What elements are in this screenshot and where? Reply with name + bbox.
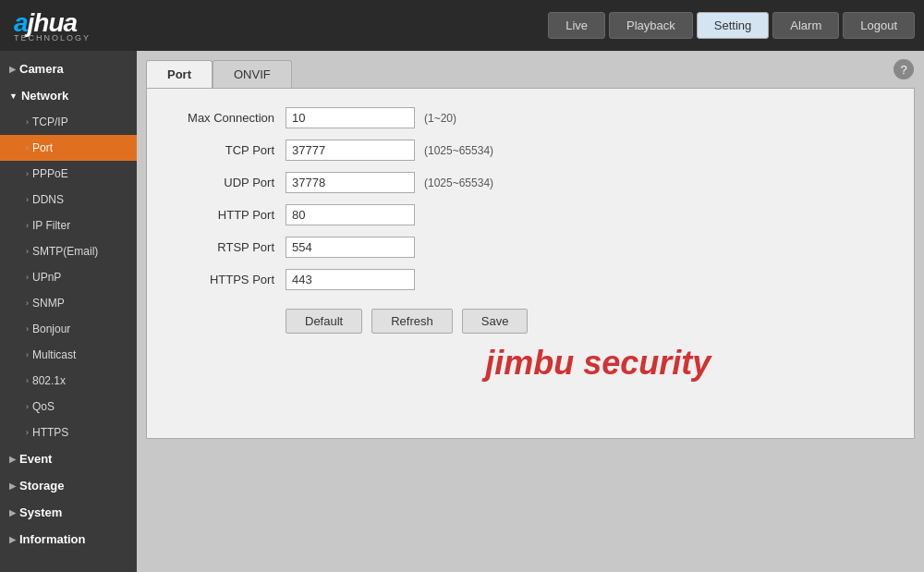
sidebar-item-camera[interactable]: ▶ Camera: [0, 55, 137, 82]
tcpip-arrow-icon: ›: [26, 117, 29, 127]
default-button[interactable]: Default: [286, 309, 362, 334]
tab-bar: Port ONVIF: [146, 60, 915, 88]
logo: ajhua TECHNOLOGY: [14, 8, 91, 43]
form-row-rtsp-port: RTSP Port: [165, 237, 895, 258]
sidebar-item-https[interactable]: › HTTPS: [0, 420, 137, 445]
sidebar-item-system[interactable]: ▶ System: [0, 499, 137, 526]
form-row-max-connection: Max Connection (1~20): [165, 107, 895, 128]
sidebar: ▶ Camera ▼ Network › TCP/IP › Port › PPP…: [0, 51, 137, 572]
nav-alarm[interactable]: Alarm: [772, 12, 839, 39]
button-row: Default Refresh Save: [286, 309, 895, 334]
sidebar-item-bonjour[interactable]: › Bonjour: [0, 316, 137, 342]
hint-max-connection: (1~20): [424, 112, 456, 125]
port-arrow-icon: ›: [26, 143, 29, 152]
storage-arrow-icon: ▶: [9, 481, 16, 491]
nav-setting[interactable]: Setting: [697, 12, 769, 39]
label-max-connection: Max Connection: [165, 111, 286, 125]
sidebar-item-ipfilter[interactable]: › IP Filter: [0, 213, 137, 238]
sidebar-item-qos[interactable]: › QoS: [0, 394, 137, 420]
bonjour-arrow-icon: ›: [26, 324, 29, 334]
form-panel: ? Max Connection (1~20) TCP Port (1025~6…: [146, 88, 915, 439]
ipfilter-arrow-icon: ›: [26, 221, 29, 230]
help-icon[interactable]: ?: [894, 59, 914, 79]
smtp-arrow-icon: ›: [26, 247, 29, 256]
snmp-arrow-icon: ›: [26, 298, 29, 308]
sidebar-item-pppoe[interactable]: › PPPoE: [0, 161, 137, 187]
sidebar-item-snmp[interactable]: › SNMP: [0, 290, 137, 316]
sidebar-item-network[interactable]: ▼ Network: [0, 82, 137, 109]
sidebar-item-event[interactable]: ▶ Event: [0, 445, 137, 472]
input-http-port[interactable]: [286, 204, 415, 225]
form-row-udp-port: UDP Port (1025~65534): [165, 172, 895, 193]
label-udp-port: UDP Port: [165, 176, 286, 189]
label-tcp-port: TCP Port: [165, 143, 286, 157]
nav-playback[interactable]: Playback: [609, 12, 693, 39]
label-https-port: HTTPS Port: [165, 273, 286, 286]
network-arrow-icon: ▼: [9, 91, 18, 101]
input-max-connection[interactable]: [286, 107, 415, 128]
sidebar-item-8021x[interactable]: › 802.1x: [0, 368, 137, 394]
system-arrow-icon: ▶: [9, 508, 16, 517]
input-tcp-port[interactable]: [286, 140, 415, 161]
main-layout: ▶ Camera ▼ Network › TCP/IP › Port › PPP…: [0, 51, 924, 572]
sidebar-item-port[interactable]: › Port: [0, 135, 137, 161]
sidebar-item-upnp[interactable]: › UPnP: [0, 264, 137, 290]
sidebar-item-smtp[interactable]: › SMTP(Email): [0, 238, 137, 264]
nav-logout[interactable]: Logout: [843, 12, 915, 39]
nav-live[interactable]: Live: [548, 12, 605, 39]
tab-port[interactable]: Port: [146, 60, 213, 88]
form-row-tcp-port: TCP Port (1025~65534): [165, 140, 895, 161]
upnp-arrow-icon: ›: [26, 273, 29, 282]
sidebar-item-multicast[interactable]: › Multicast: [0, 342, 137, 368]
refresh-button[interactable]: Refresh: [371, 309, 453, 334]
8021x-arrow-icon: ›: [26, 376, 29, 385]
save-button[interactable]: Save: [462, 309, 529, 334]
watermark: jimbu security: [485, 344, 711, 383]
information-arrow-icon: ▶: [9, 535, 16, 544]
pppoe-arrow-icon: ›: [26, 169, 29, 178]
qos-arrow-icon: ›: [26, 402, 29, 411]
sidebar-item-storage[interactable]: ▶ Storage: [0, 472, 137, 499]
logo-sub: TECHNOLOGY: [14, 33, 91, 43]
header: ajhua TECHNOLOGY Live Playback Setting A…: [0, 0, 924, 51]
https-arrow-icon: ›: [26, 428, 29, 437]
input-udp-port[interactable]: [286, 172, 415, 193]
hint-tcp-port: (1025~65534): [424, 144, 493, 157]
label-rtsp-port: RTSP Port: [165, 240, 286, 254]
label-http-port: HTTP Port: [165, 208, 286, 222]
sidebar-item-tcpip[interactable]: › TCP/IP: [0, 109, 137, 135]
nav-tabs: Live Playback Setting Alarm Logout: [548, 12, 915, 39]
event-arrow-icon: ▶: [9, 455, 16, 464]
multicast-arrow-icon: ›: [26, 350, 29, 359]
sidebar-item-ddns[interactable]: › DDNS: [0, 187, 137, 213]
form-row-http-port: HTTP Port: [165, 204, 895, 225]
ddns-arrow-icon: ›: [26, 195, 29, 204]
form-row-https-port: HTTPS Port: [165, 269, 895, 290]
hint-udp-port: (1025~65534): [424, 176, 493, 189]
input-https-port[interactable]: [286, 269, 415, 290]
sidebar-item-information[interactable]: ▶ Information: [0, 526, 137, 553]
content-area: Port ONVIF ? Max Connection (1~20) TCP P…: [137, 51, 924, 572]
tab-onvif[interactable]: ONVIF: [213, 60, 292, 88]
input-rtsp-port[interactable]: [286, 237, 415, 258]
camera-arrow-icon: ▶: [9, 65, 16, 74]
